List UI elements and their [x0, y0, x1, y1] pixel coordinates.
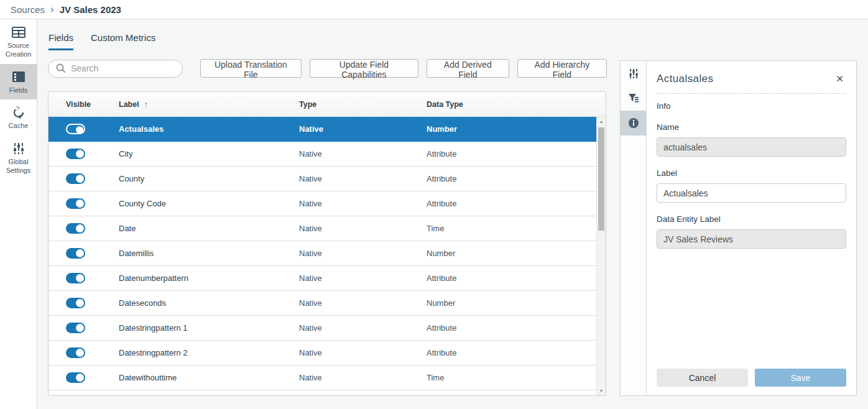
sidebar-item-cache[interactable]: Cache — [0, 99, 37, 136]
field-data-type-cell: Attribute — [427, 323, 596, 333]
sidebar-item-source-creation[interactable]: Source Creation — [0, 19, 37, 64]
visible-toggle[interactable] — [66, 223, 85, 234]
table-body: Actualsales Native Number City Native At… — [48, 117, 596, 395]
breadcrumb-current-page: JV Sales 2023 — [60, 4, 121, 15]
visible-toggle[interactable] — [66, 273, 85, 283]
visible-toggle[interactable] — [66, 323, 85, 333]
field-label-cell: Datemillis — [119, 249, 299, 258]
field-type-cell: Native — [299, 298, 427, 308]
column-header-label[interactable]: Label↑ — [119, 99, 299, 109]
add-hierarchy-field-button[interactable]: Add Hierarchy Field — [517, 59, 607, 78]
name-field-label: Name — [657, 122, 846, 132]
sliders-icon — [12, 141, 25, 156]
panel-title: Actualsales — [657, 73, 713, 85]
tab-custom-metrics[interactable]: Custom Metrics — [91, 32, 155, 50]
filter-icon[interactable] — [621, 86, 646, 111]
panel-content: Actualsales ✕ Info Name Label Data Entit… — [647, 61, 856, 395]
field-label-cell: Datestringpattern 2 — [119, 348, 299, 357]
table-row[interactable]: Datestringpattern 1 Native Attribute — [48, 316, 596, 341]
save-button[interactable]: Save — [755, 369, 846, 387]
table-row[interactable]: Date Native Time — [48, 216, 596, 241]
field-data-type-cell: Time — [427, 224, 596, 233]
table-row[interactable]: Datenumberpattern Native Attribute — [48, 266, 596, 291]
name-field — [657, 137, 846, 157]
visible-toggle[interactable] — [66, 198, 85, 209]
column-header-type[interactable]: Type — [299, 100, 427, 109]
field-data-type-cell: Attribute — [427, 149, 596, 159]
field-label-cell: Datenumberpattern — [119, 273, 299, 283]
breadcrumb-sources-link[interactable]: Sources — [11, 4, 45, 15]
table-row[interactable]: Actualsales Native Number — [48, 117, 596, 142]
label-field[interactable] — [657, 183, 846, 203]
table-row[interactable]: City Native Attribute — [48, 142, 596, 167]
table-row[interactable]: County Native Attribute — [48, 167, 596, 191]
top-bar: Sources › JV Sales 2023 — [0, 0, 868, 19]
column-header-visible[interactable]: Visible — [66, 100, 119, 109]
sidebar-item-label: Global Settings — [1, 158, 35, 175]
field-type-cell: Native — [299, 273, 427, 283]
visible-toggle[interactable] — [66, 347, 85, 358]
field-type-cell: Native — [299, 373, 427, 382]
field-detail-panel: Actualsales ✕ Info Name Label Data Entit… — [620, 60, 857, 396]
table-row[interactable]: County Code Native Attribute — [48, 191, 596, 216]
field-label-cell: Date — [119, 224, 299, 233]
field-type-cell: Native — [299, 224, 427, 233]
sidebar-item-fields[interactable]: Fields — [0, 64, 37, 100]
column-header-data-type[interactable]: Data Type — [427, 100, 606, 109]
table-grid-icon — [11, 25, 26, 40]
scroll-up-icon[interactable]: ▲ — [597, 119, 606, 124]
scroll-down-icon[interactable]: ▼ — [597, 388, 606, 393]
upload-translation-file-button[interactable]: Upload Translation File — [200, 59, 302, 78]
sort-ascending-icon: ↑ — [144, 99, 149, 109]
field-data-type-cell: Number — [427, 249, 596, 258]
field-type-cell: Native — [299, 348, 427, 357]
search-box[interactable] — [48, 60, 183, 78]
visible-toggle[interactable] — [66, 124, 85, 134]
data-entity-label-field — [657, 229, 846, 249]
cancel-button[interactable]: Cancel — [657, 369, 748, 387]
tab-bar: Fields Custom Metrics — [48, 32, 155, 50]
visible-toggle[interactable] — [66, 173, 85, 184]
field-type-cell: Native — [299, 174, 427, 183]
visible-toggle[interactable] — [66, 149, 85, 159]
field-data-type-cell: Attribute — [427, 174, 596, 183]
sidebar-item-global-settings[interactable]: Global Settings — [0, 136, 37, 180]
update-field-capabilities-button[interactable]: Update Field Capabilities — [310, 59, 418, 78]
field-data-type-cell: Attribute — [427, 199, 596, 208]
sidebar-item-label: Source Creation — [1, 42, 35, 59]
field-label-cell: County Code — [119, 199, 299, 208]
field-type-cell: Native — [299, 149, 427, 159]
table-scrollbar[interactable]: ▲ ▼ — [596, 117, 606, 395]
table-row[interactable]: Datewithouttime Native Time — [48, 365, 596, 390]
field-data-type-cell: Number — [427, 298, 596, 308]
panel-divider — [657, 93, 846, 94]
field-label-cell: Actualsales — [119, 124, 299, 134]
fields-table: Visible Label↑ Type Data Type Actualsale… — [48, 91, 606, 396]
table-row[interactable]: Datemillis Native Number — [48, 241, 596, 266]
field-data-type-cell: Number — [427, 124, 596, 134]
data-entity-label-field-label: Data Entity Label — [657, 214, 846, 224]
close-icon[interactable]: ✕ — [833, 72, 846, 86]
left-sidebar: Source Creation Fields Cache Global Sett… — [0, 19, 37, 409]
search-input[interactable] — [71, 63, 175, 73]
info-section-label: Info — [657, 101, 846, 111]
field-type-cell: Native — [299, 199, 427, 208]
field-type-cell: Native — [299, 124, 427, 134]
field-data-type-cell: Time — [427, 373, 596, 382]
field-label-cell: Datewithouttime — [119, 373, 299, 382]
info-icon[interactable] — [621, 111, 646, 136]
field-label-cell: Datestringpattern 1 — [119, 323, 299, 333]
tab-fields[interactable]: Fields — [48, 32, 73, 50]
table-row[interactable]: Dateseconds Native Number — [48, 291, 596, 316]
add-derived-field-button[interactable]: Add Derived Field — [427, 59, 509, 78]
visible-toggle[interactable] — [66, 372, 85, 383]
scrollbar-thumb[interactable] — [598, 127, 604, 231]
visible-toggle[interactable] — [66, 248, 85, 259]
capabilities-sliders-icon[interactable] — [621, 61, 646, 86]
field-data-type-cell: Attribute — [427, 348, 596, 357]
field-list-icon — [12, 70, 25, 85]
panel-icon-strip — [621, 61, 647, 395]
visible-toggle[interactable] — [66, 298, 85, 308]
field-label-cell: City — [119, 149, 299, 159]
table-row[interactable]: Datestringpattern 2 Native Attribute — [48, 341, 596, 365]
